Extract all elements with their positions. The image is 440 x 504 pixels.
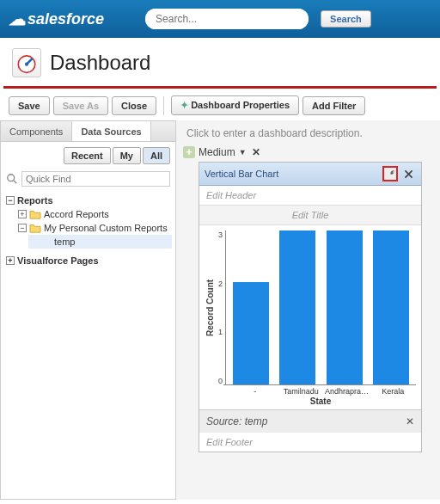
quick-find-input[interactable] [21, 171, 170, 187]
tree-node-reports[interactable]: − Reports [4, 194, 172, 207]
widget-title: Vertical Bar Chart [205, 169, 278, 179]
expand-icon[interactable]: + [18, 210, 27, 218]
quick-find-row [1, 168, 175, 190]
toolbar: Save Save As Close ✦ Dashboard Propertie… [0, 89, 440, 120]
tree-node-my-custom[interactable]: − My Personal Custom Reports [16, 221, 172, 235]
x-tick: Kerala [370, 385, 417, 396]
svg-point-1 [25, 63, 28, 66]
x-axis-label: State [225, 396, 416, 406]
chart-plot [225, 230, 416, 385]
x-axis-ticks: -TamilnaduAndhraprade..Kerala [232, 385, 416, 396]
tree-node-accord[interactable]: + Accord Reports [16, 207, 172, 221]
dashboard-canvas: Click to enter a dashboard description. … [176, 120, 440, 500]
folder-icon [29, 209, 41, 219]
dashboard-properties-button[interactable]: ✦ Dashboard Properties [171, 95, 299, 115]
x-tick: Andhraprade.. [324, 385, 370, 396]
reports-label: Reports [17, 195, 53, 206]
x-tick: Tamilnadu [278, 385, 325, 396]
widget-source: Source: temp ✕ [199, 409, 421, 433]
remove-source-button[interactable]: ✕ [406, 415, 414, 427]
description-prompt[interactable]: Click to enter a dashboard description. [183, 124, 437, 144]
filter-row: Recent My All [1, 142, 175, 168]
accord-label: Accord Reports [44, 209, 109, 219]
global-search [145, 9, 309, 29]
tab-components[interactable]: Components [1, 121, 72, 141]
y-axis-ticks: 3210 [216, 230, 225, 385]
expand-icon[interactable]: + [6, 256, 15, 265]
gear-icon: ✦ [180, 100, 188, 110]
remove-column-button[interactable]: ✕ [252, 146, 260, 158]
close-widget-button[interactable] [400, 166, 416, 181]
properties-label: Dashboard Properties [191, 100, 290, 110]
add-column-button[interactable]: + [183, 146, 195, 158]
close-button[interactable]: Close [112, 96, 156, 115]
tab-data-sources[interactable]: Data Sources [72, 120, 150, 141]
add-filter-button[interactable]: Add Filter [302, 96, 365, 115]
my-custom-label: My Personal Custom Reports [44, 223, 168, 233]
wrench-icon[interactable] [382, 166, 398, 181]
logo-text: salesforce [28, 10, 104, 28]
save-as-button[interactable]: Save As [53, 96, 108, 115]
tree-node-vf-pages[interactable]: + Visualforce Pages [4, 254, 172, 267]
edit-header-area[interactable]: Edit Header [199, 186, 421, 205]
column-size-select[interactable]: Medium [199, 146, 235, 158]
search-input[interactable] [145, 9, 309, 29]
edit-footer-area[interactable]: Edit Footer [199, 433, 421, 452]
chart-bar [233, 282, 269, 384]
page-title: Dashboard [50, 51, 150, 75]
tree-leaf-temp[interactable]: temp [28, 235, 172, 249]
top-bar: ☁ salesforce Search [0, 0, 440, 38]
column-header: + Medium ▼ ✕ [183, 144, 437, 162]
source-label: Source: temp [206, 415, 267, 427]
vf-pages-label: Visualforce Pages [17, 255, 99, 266]
edit-title-area[interactable]: Edit Title [199, 205, 421, 225]
svg-line-3 [14, 181, 17, 184]
reports-tree: − Reports + Accord Reports − My Personal… [1, 190, 175, 271]
search-button[interactable]: Search [321, 10, 371, 28]
chart-widget: Vertical Bar Chart Edit Header Edit Titl… [199, 162, 422, 452]
filter-all[interactable]: All [143, 147, 170, 164]
folder-icon [29, 223, 41, 233]
chart-bar [279, 230, 315, 384]
search-icon [6, 173, 18, 185]
salesforce-logo: ☁ salesforce [9, 9, 104, 29]
x-tick: - [232, 385, 278, 396]
y-axis-label: Record Count [205, 230, 216, 385]
svg-point-2 [8, 175, 15, 181]
dashboard-icon [12, 48, 41, 77]
main: Components Data Sources Recent My All − … [0, 120, 440, 500]
widget-header[interactable]: Vertical Bar Chart [199, 163, 421, 186]
dropdown-icon[interactable]: ▼ [239, 148, 247, 157]
cloud-icon: ☁ [9, 9, 26, 29]
chart-bar [373, 230, 409, 384]
collapse-icon[interactable]: − [6, 196, 15, 205]
chart: Record Count 3210 -TamilnaduAndhraprade.… [199, 225, 421, 409]
filter-my[interactable]: My [113, 147, 141, 164]
title-area: Dashboard [0, 38, 440, 86]
filter-recent[interactable]: Recent [64, 147, 111, 164]
sidebar-tabs: Components Data Sources [1, 121, 175, 142]
save-button[interactable]: Save [9, 96, 50, 115]
chart-bar [327, 230, 363, 384]
collapse-icon[interactable]: − [18, 224, 27, 232]
separator [163, 96, 164, 115]
sidebar: Components Data Sources Recent My All − … [0, 120, 176, 500]
